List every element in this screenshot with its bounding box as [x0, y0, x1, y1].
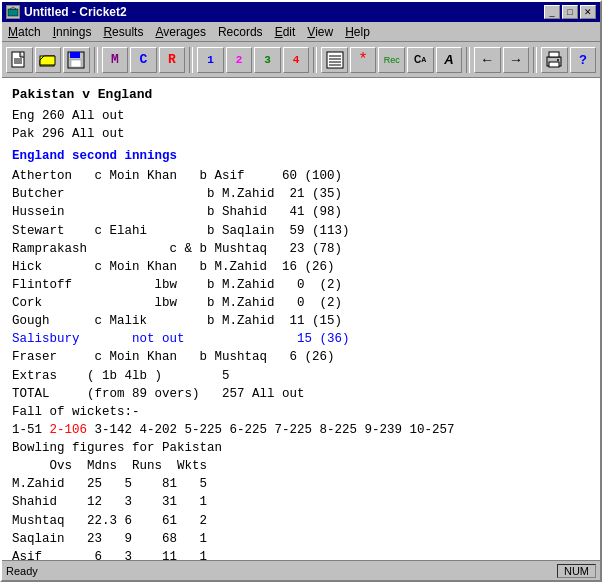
- svg-point-18: [557, 59, 559, 61]
- total-line: TOTAL (from 89 overs) 257 All out: [12, 385, 590, 403]
- bowling-mzahid: M.Zahid 25 5 81 5: [12, 475, 590, 493]
- toolbar-ca-btn[interactable]: CA: [407, 47, 434, 73]
- bowling-shahid: Shahid 12 3 31 1: [12, 493, 590, 511]
- svg-rect-0: [8, 9, 18, 16]
- bowling-header: Bowling figures for Pakistan: [12, 439, 590, 457]
- bat-salisbury: Salisbury not out 15 (36): [12, 330, 590, 348]
- toolbar-c-btn[interactable]: C: [130, 47, 157, 73]
- ready-label: Ready: [6, 565, 38, 577]
- bat-hussein: Hussein b Shahid 41 (98): [12, 203, 590, 221]
- svg-rect-8: [70, 52, 80, 58]
- toolbar-save-btn[interactable]: [63, 47, 90, 73]
- menu-averages[interactable]: Averages: [149, 23, 212, 41]
- innings-header: England second innings: [12, 147, 590, 165]
- toolbar-help-btn[interactable]: ?: [570, 47, 597, 73]
- menu-innings[interactable]: Innings: [47, 23, 98, 41]
- toolbar-sep1: [94, 47, 98, 73]
- extras-line: Extras ( 1b 4lb ) 5: [12, 367, 590, 385]
- toolbar-prev-btn[interactable]: ←: [474, 47, 501, 73]
- close-button[interactable]: ✕: [580, 5, 596, 19]
- maximize-button[interactable]: □: [562, 5, 578, 19]
- toolbar-next-btn[interactable]: →: [503, 47, 530, 73]
- toolbar-1-btn[interactable]: 1: [197, 47, 224, 73]
- menu-view[interactable]: View: [301, 23, 339, 41]
- toolbar-open-btn[interactable]: [35, 47, 62, 73]
- bat-ramprakash: Ramprakash c & b Mushtaq 23 (78): [12, 240, 590, 258]
- svg-rect-9: [71, 60, 81, 67]
- bat-cork: Cork lbw b M.Zahid 0 (2): [12, 294, 590, 312]
- toolbar-2-btn[interactable]: 2: [226, 47, 253, 73]
- bat-stewart: Stewart c Elahi b Saqlain 59 (113): [12, 222, 590, 240]
- menu-edit[interactable]: Edit: [269, 23, 302, 41]
- toolbar-sep2: [189, 47, 193, 73]
- toolbar-a-btn[interactable]: A: [436, 47, 463, 73]
- match-title: Pakistan v England: [12, 86, 590, 105]
- main-window: Untitled - Cricket2 _ □ ✕ Match Innings …: [0, 0, 602, 582]
- toolbar-sep3: [313, 47, 317, 73]
- toolbar-print-btn[interactable]: [541, 47, 568, 73]
- bat-fraser: Fraser c Moin Khan b Mushtaq 6 (26): [12, 348, 590, 366]
- bowling-mushtaq: Mushtaq 22.3 6 61 2: [12, 512, 590, 530]
- bat-hick: Hick c Moin Khan b M.Zahid 16 (26): [12, 258, 590, 276]
- toolbar-m-btn[interactable]: M: [102, 47, 129, 73]
- toolbar-sep4: [466, 47, 470, 73]
- title-bar: Untitled - Cricket2 _ □ ✕: [2, 2, 600, 22]
- app-icon: [6, 5, 20, 19]
- bat-flintoff: Flintoff lbw b M.Zahid 0 (2): [12, 276, 590, 294]
- toolbar-scorecard-btn[interactable]: [321, 47, 348, 73]
- bat-atherton: Atherton c Moin Khan b Asif 60 (100): [12, 167, 590, 185]
- eng-score: Eng 260 All out: [12, 107, 590, 125]
- svg-marker-1: [10, 7, 16, 9]
- toolbar-new-btn[interactable]: [6, 47, 33, 73]
- menu-results[interactable]: Results: [97, 23, 149, 41]
- fall-header: Fall of wickets:-: [12, 403, 590, 421]
- status-bar: Ready NUM: [2, 560, 600, 580]
- menu-match[interactable]: Match: [2, 23, 47, 41]
- bat-butcher: Butcher b M.Zahid 21 (35): [12, 185, 590, 203]
- toolbar-r-btn[interactable]: R: [159, 47, 186, 73]
- minimize-button[interactable]: _: [544, 5, 560, 19]
- toolbar-4-btn[interactable]: 4: [283, 47, 310, 73]
- main-content: Pakistan v England Eng 260 All out Pak 2…: [2, 78, 600, 560]
- bowling-col-header: Ovs Mdns Runs Wkts: [12, 457, 590, 475]
- bat-gough: Gough c Malik b M.Zahid 11 (15): [12, 312, 590, 330]
- toolbar-rec-btn[interactable]: Rec: [378, 47, 405, 73]
- bowling-asif: Asif 6 3 11 1: [12, 548, 590, 560]
- menu-bar: Match Innings Results Averages Records E…: [2, 22, 600, 42]
- bowling-saqlain: Saqlain 23 9 68 1: [12, 530, 590, 548]
- num-indicator: NUM: [557, 564, 596, 578]
- svg-rect-17: [549, 62, 559, 67]
- svg-rect-10: [327, 52, 343, 68]
- svg-rect-16: [549, 52, 559, 57]
- toolbar-star-btn[interactable]: *: [350, 47, 377, 73]
- toolbar-3-btn[interactable]: 3: [254, 47, 281, 73]
- pak-score: Pak 296 All out: [12, 125, 590, 143]
- toolbar-sep5: [533, 47, 537, 73]
- toolbar: M C R 1 2 3 4 * Rec CA A ← → ?: [2, 42, 600, 78]
- menu-help[interactable]: Help: [339, 23, 376, 41]
- window-title: Untitled - Cricket2: [24, 5, 127, 19]
- fall-line: 1-51 2-106 3-142 4-202 5-225 6-225 7-225…: [12, 421, 590, 439]
- menu-records[interactable]: Records: [212, 23, 269, 41]
